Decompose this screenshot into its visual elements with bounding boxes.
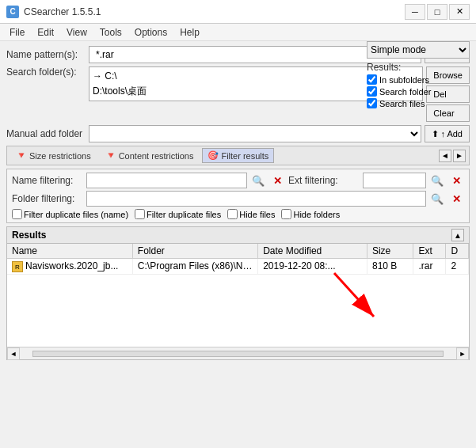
dup-files-check[interactable] <box>135 209 145 219</box>
col-date[interactable]: Date Modified <box>258 244 367 259</box>
ext-filter-clear-icon[interactable]: ✕ <box>448 173 464 188</box>
col-name[interactable]: Name <box>7 244 132 259</box>
scroll-right-btn[interactable]: ► <box>456 347 469 360</box>
main-content: Name pattern(s): *.rar ⬆ ↑ Add Simple mo… <box>0 41 476 365</box>
results-tbody: RNavisworks.2020_jb... C:\Program Files … <box>7 259 469 275</box>
maximize-button[interactable]: □ <box>427 4 447 20</box>
menu-view[interactable]: View <box>60 25 93 40</box>
filter-tabs: 🔻 Size restrictions 🔻 Content restrictio… <box>6 146 470 165</box>
search-files-check[interactable] <box>367 98 377 108</box>
name-filter-search-icon[interactable]: 🔍 <box>250 173 266 188</box>
hide-files-label[interactable]: Hide files <box>227 209 275 219</box>
cell-name: RNavisworks.2020_jb... <box>7 259 132 275</box>
table-header-row: Name Folder Date Modified Size Ext D <box>7 244 469 259</box>
file-icon: R <box>12 261 23 272</box>
manual-add-button[interactable]: ⬆ ↑ Add <box>425 125 470 142</box>
hide-files-check[interactable] <box>227 209 238 219</box>
scrollbar-track[interactable] <box>32 351 444 357</box>
folder-filter-label: Folder filtering: <box>12 193 83 204</box>
filter-results-tab[interactable]: 🎯 Filter results <box>202 148 274 163</box>
results-header: Results ▲ <box>7 227 469 244</box>
manual-add-label: Manual add folder <box>6 128 86 139</box>
dup-name-check[interactable] <box>12 209 22 219</box>
name-filter-input[interactable] <box>86 173 247 188</box>
results-table: Name Folder Date Modified Size Ext D RNa… <box>7 244 469 275</box>
hide-folders-check[interactable] <box>281 209 291 219</box>
arrow-annotation <box>326 265 390 331</box>
col-folder[interactable]: Folder <box>132 244 257 259</box>
results-scroll-btn[interactable]: ▲ <box>451 229 464 241</box>
window-title: CSearcher 1.5.5.1 <box>24 6 101 17</box>
dup-files-label[interactable]: Filter duplicate files <box>135 209 221 219</box>
name-pattern-label: Name pattern(s): <box>6 49 86 60</box>
svg-line-1 <box>334 273 374 317</box>
title-bar: C CSearcher 1.5.5.1 ─ □ ✕ <box>0 0 476 24</box>
menu-file[interactable]: File <box>3 25 31 40</box>
title-bar-left: C CSearcher 1.5.5.1 <box>6 6 101 18</box>
add-icon2: ⬆ <box>432 129 439 139</box>
minimize-button[interactable]: ─ <box>405 4 425 20</box>
results-label: Results: <box>367 62 470 73</box>
right-panel: Simple mode Results: In subfolders Searc… <box>367 41 470 108</box>
name-filter-clear-icon[interactable]: ✕ <box>269 173 285 188</box>
app-icon: C <box>6 6 19 18</box>
results-section: Results ▲ Name Folder Date Modified Size… <box>6 226 470 360</box>
tab-arrows: ◄ ► <box>439 150 466 162</box>
results-body: Name Folder Date Modified Size Ext D RNa… <box>7 244 469 347</box>
hide-folders-label[interactable]: Hide folders <box>281 209 340 219</box>
in-subfolders-check[interactable] <box>367 74 377 85</box>
filter-icon: 🎯 <box>208 150 219 161</box>
tab-arrow-left[interactable]: ◄ <box>439 150 451 162</box>
folder-filter-input[interactable] <box>86 191 426 207</box>
col-ext[interactable]: Ext <box>413 244 446 259</box>
menu-options[interactable]: Options <box>128 25 173 40</box>
tab-arrow-right[interactable]: ► <box>453 150 466 162</box>
scroll-left-btn[interactable]: ◄ <box>7 347 20 360</box>
folder-filter-clear-icon[interactable]: ✕ <box>448 191 464 207</box>
folder-filter-search-icon[interactable]: 🔍 <box>429 191 445 207</box>
filter-panel: Name filtering: 🔍 ✕ Ext filtering: 🔍 ✕ F… <box>6 169 470 223</box>
cell-folder: C:\Program Files (x86)\NUME... <box>132 259 257 275</box>
filter-checkboxes: Filter duplicate files (name) Filter dup… <box>12 209 464 219</box>
window-controls: ─ □ ✕ <box>405 4 470 20</box>
col-d[interactable]: D <box>446 244 469 259</box>
in-subfolders-label[interactable]: In subfolders <box>367 74 470 85</box>
table-row[interactable]: RNavisworks.2020_jb... C:\Program Files … <box>7 259 469 275</box>
search-folder-label-text: Search folder(s): <box>6 66 86 78</box>
mode-select[interactable]: Simple mode <box>367 41 470 59</box>
cell-ext: .rar <box>413 259 446 275</box>
ext-filter-search-icon[interactable]: 🔍 <box>429 173 445 188</box>
ext-filter-input[interactable] <box>363 173 426 188</box>
cell-d: 2 <box>446 259 469 275</box>
results-checkboxes: In subfolders Search folder Search files <box>367 74 470 108</box>
col-size[interactable]: Size <box>367 244 413 259</box>
menu-help[interactable]: Help <box>173 25 206 40</box>
search-folder-check[interactable] <box>367 86 377 97</box>
size-restrictions-tab[interactable]: 🔻 Size restrictions <box>10 148 97 163</box>
simple-mode-row: Simple mode <box>367 41 470 59</box>
manual-add-row: Manual add folder ⬆ ↑ Add <box>6 125 470 142</box>
name-filter-label: Name filtering: <box>12 175 83 186</box>
funnel-icon: 🔻 <box>16 150 27 161</box>
menu-edit[interactable]: Edit <box>31 25 60 40</box>
horizontal-scrollbar[interactable]: ◄ ► <box>7 347 469 359</box>
cell-date: 2019-12-20 08:... <box>258 259 367 275</box>
menu-bar: File Edit View Tools Options Help <box>0 24 476 41</box>
content-restrictions-tab[interactable]: 🔻 Content restrictions <box>100 148 200 163</box>
name-filter-row: Name filtering: 🔍 ✕ Ext filtering: 🔍 ✕ <box>12 173 464 188</box>
folder-filter-row: Folder filtering: 🔍 ✕ <box>12 191 464 207</box>
manual-add-input[interactable] <box>89 125 421 142</box>
dup-name-label[interactable]: Filter duplicate files (name) <box>12 209 128 219</box>
close-button[interactable]: ✕ <box>449 4 470 20</box>
search-folder-label-cb[interactable]: Search folder <box>367 86 470 97</box>
menu-tools[interactable]: Tools <box>93 25 128 40</box>
results-title: Results <box>12 230 46 241</box>
search-files-label[interactable]: Search files <box>367 98 470 108</box>
cell-size: 810 B <box>367 259 413 275</box>
ext-filter-label: Ext filtering: <box>288 175 360 186</box>
content-icon: 🔻 <box>105 150 116 161</box>
